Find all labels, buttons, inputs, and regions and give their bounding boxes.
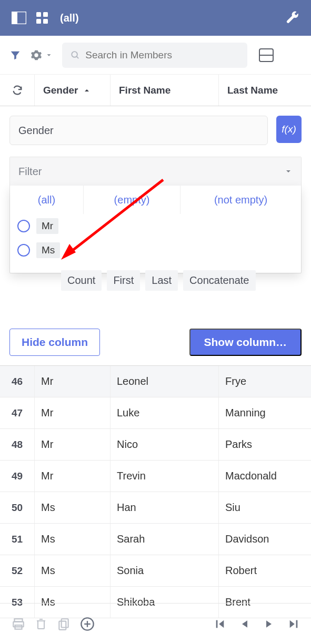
- page-first-icon[interactable]: [214, 618, 226, 630]
- svg-rect-5: [43, 19, 48, 24]
- search-input[interactable]: [85, 49, 239, 61]
- copy-icon[interactable]: [57, 617, 71, 631]
- cell-last-name[interactable]: Frye: [219, 366, 311, 397]
- filter-option[interactable]: Ms: [10, 238, 301, 262]
- cell-gender[interactable]: Mr: [35, 429, 111, 460]
- filter-icon[interactable]: [9, 49, 21, 61]
- svg-rect-16: [62, 619, 68, 627]
- header-label: First Name: [119, 85, 170, 96]
- table-row[interactable]: 49 Mr Trevin Macdonald: [0, 461, 311, 492]
- row-number: 48: [0, 429, 35, 460]
- header-label: Gender: [43, 85, 78, 96]
- refresh-icon[interactable]: [0, 75, 35, 106]
- wrench-icon[interactable]: [286, 11, 299, 25]
- filter-tab-empty[interactable]: (empty): [84, 186, 180, 214]
- cell-gender[interactable]: Mr: [35, 397, 111, 428]
- row-number: 52: [0, 555, 35, 586]
- svg-rect-15: [38, 621, 44, 629]
- page-prev-icon[interactable]: [239, 619, 250, 629]
- add-icon[interactable]: [80, 617, 95, 631]
- cell-last-name[interactable]: Parks: [219, 429, 311, 460]
- rows-layout-icon[interactable]: [259, 48, 274, 62]
- aggregate-first[interactable]: First: [107, 270, 140, 291]
- table-row[interactable]: 52 Ms Sonia Robert: [0, 555, 311, 587]
- svg-rect-1: [12, 12, 17, 24]
- toolbar: [0, 36, 311, 75]
- context-label[interactable]: (all): [60, 12, 79, 24]
- formula-button[interactable]: f(x): [276, 116, 302, 143]
- show-column-button[interactable]: Show column…: [189, 329, 302, 356]
- column-config-panel: Gender f(x) Filter (all) (empty) (not em…: [0, 106, 311, 273]
- data-grid: 46 Mr Leonel Frye 47 Mr Luke Manning 48 …: [0, 365, 311, 618]
- column-header-gender[interactable]: Gender: [35, 75, 111, 106]
- svg-rect-2: [36, 12, 41, 17]
- cell-last-name[interactable]: Macdonald: [219, 461, 311, 492]
- filter-tab-not-empty[interactable]: (not empty): [180, 186, 301, 214]
- field-name-input[interactable]: Gender: [9, 116, 268, 145]
- cell-first-name[interactable]: Leonel: [111, 366, 219, 397]
- cell-first-name[interactable]: Nico: [111, 429, 219, 460]
- search-box[interactable]: [62, 43, 247, 68]
- filter-dropdown-toggle[interactable]: Filter: [10, 157, 301, 186]
- filter-tab-all[interactable]: (all): [10, 186, 84, 214]
- table-row[interactable]: 51 Ms Sarah Davidson: [0, 524, 311, 555]
- filter-option[interactable]: Mr: [10, 214, 301, 238]
- aggregate-row: Count First Last Concatenate: [0, 270, 311, 291]
- cell-last-name[interactable]: Siu: [219, 492, 311, 523]
- cell-gender[interactable]: Ms: [35, 492, 111, 523]
- aggregate-concat[interactable]: Concatenate: [183, 270, 255, 291]
- cell-gender[interactable]: Mr: [35, 366, 111, 397]
- sort-asc-icon: [83, 86, 91, 95]
- option-chip: Mr: [36, 218, 58, 234]
- cell-last-name[interactable]: Manning: [219, 397, 311, 428]
- table-row[interactable]: 50 Ms Han Siu: [0, 492, 311, 524]
- column-header-first-name[interactable]: First Name: [111, 75, 219, 106]
- svg-rect-21: [216, 620, 218, 628]
- cell-first-name[interactable]: Sonia: [111, 555, 219, 586]
- option-chip: Ms: [36, 242, 60, 258]
- page-next-icon[interactable]: [264, 619, 274, 629]
- row-number: 47: [0, 397, 35, 428]
- radio-icon[interactable]: [17, 220, 30, 232]
- table-row[interactable]: 47 Mr Luke Manning: [0, 397, 311, 429]
- cell-first-name[interactable]: Luke: [111, 397, 219, 428]
- app-topbar: (all): [0, 0, 311, 36]
- svg-point-6: [72, 52, 77, 57]
- grid-apps-icon[interactable]: [36, 12, 48, 24]
- table-row[interactable]: 48 Mr Nico Parks: [0, 429, 311, 461]
- svg-rect-22: [296, 620, 298, 628]
- row-number: 51: [0, 524, 35, 555]
- hide-column-button[interactable]: Hide column: [9, 329, 100, 356]
- svg-rect-17: [59, 621, 66, 629]
- cell-gender[interactable]: Ms: [35, 524, 111, 555]
- row-number: 49: [0, 461, 35, 492]
- svg-line-7: [76, 56, 78, 58]
- cell-last-name[interactable]: Robert: [219, 555, 311, 586]
- trash-icon[interactable]: [35, 617, 47, 631]
- aggregate-last[interactable]: Last: [145, 270, 178, 291]
- settings-dropdown[interactable]: [31, 49, 53, 61]
- page-last-icon[interactable]: [288, 618, 299, 630]
- svg-rect-4: [36, 19, 41, 24]
- search-icon: [71, 50, 80, 60]
- aggregate-count[interactable]: Count: [61, 270, 102, 291]
- cell-first-name[interactable]: Sarah: [111, 524, 219, 555]
- filter-dropdown: (all) (empty) (not empty) Mr Ms: [10, 186, 301, 273]
- header-label: Last Name: [227, 85, 278, 96]
- row-number: 46: [0, 366, 35, 397]
- radio-icon[interactable]: [17, 244, 30, 257]
- panel-toggle-icon[interactable]: [12, 12, 26, 24]
- cell-first-name[interactable]: Trevin: [111, 461, 219, 492]
- column-header-last-name[interactable]: Last Name: [219, 75, 311, 106]
- cell-first-name[interactable]: Han: [111, 492, 219, 523]
- column-headers: Gender First Name Last Name: [0, 75, 311, 106]
- cell-gender[interactable]: Mr: [35, 461, 111, 492]
- print-icon[interactable]: [12, 617, 25, 631]
- cell-last-name[interactable]: Davidson: [219, 524, 311, 555]
- row-number: 50: [0, 492, 35, 523]
- svg-rect-3: [43, 12, 48, 17]
- footer-bar: [0, 603, 311, 644]
- cell-gender[interactable]: Ms: [35, 555, 111, 586]
- table-row[interactable]: 46 Mr Leonel Frye: [0, 366, 311, 397]
- filter-box: Filter (all) (empty) (not empty) Mr Ms: [9, 157, 302, 273]
